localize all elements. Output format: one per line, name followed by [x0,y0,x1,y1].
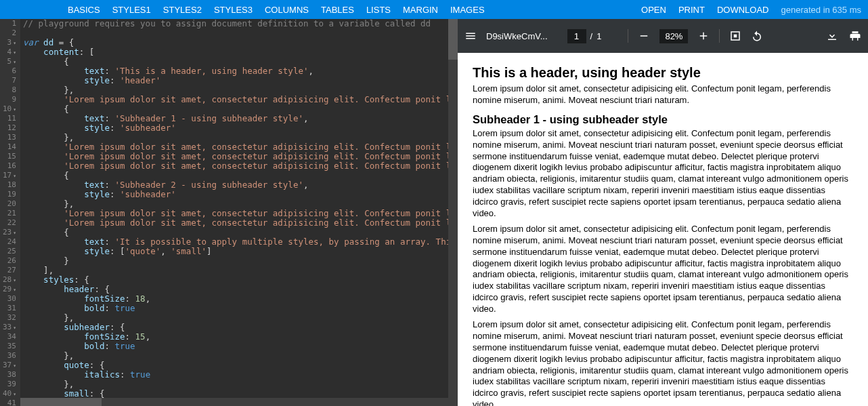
pdf-toolbar: D9siWkeCmV... / 1 82% [458,19,868,53]
editor-vscrollbar-thumb[interactable] [448,19,458,60]
download-icon[interactable] [826,30,838,42]
divider [628,29,628,43]
page-total: 1 [596,31,601,41]
open-button[interactable]: OPEN [641,5,666,15]
zoom-in-icon[interactable] [697,30,710,42]
editor-hscrollbar-thumb[interactable] [20,398,102,406]
editor-vscrollbar[interactable] [448,19,458,406]
editor-code[interactable]: // playground requires you to assign doc… [20,19,448,406]
zoom-value[interactable]: 82% [659,29,688,43]
svg-rect-1 [734,35,737,38]
pdf-paragraph: Lorem ipsum dolor sit amet, consectetur … [473,128,853,220]
zoom-group: 82% [628,29,763,43]
page-slash: / [590,31,593,41]
pdf-subheader: Subheader 1 - using subheader style [473,113,853,126]
nav-tables[interactable]: TABLES [321,5,354,15]
pdf-toolbar-right [826,30,861,42]
divider [719,29,720,43]
print-button[interactable]: PRINT [678,5,705,15]
zoom-out-icon[interactable] [638,30,650,42]
menu-icon[interactable] [464,30,477,42]
top-navbar: BASICS STYLES1 STYLES2 STYLES3 COLUMNS T… [0,0,868,19]
editor-gutter: 1234567891011121314151617181920212223242… [0,19,20,406]
editor-hscrollbar[interactable] [20,398,448,406]
generated-time: generated in 635 ms [781,5,861,15]
download-button[interactable]: DOWNLOAD [717,5,769,15]
nav-images[interactable]: IMAGES [450,5,485,15]
nav-columns[interactable]: COLUMNS [265,5,309,15]
print-icon[interactable] [849,30,861,42]
nav-styles1[interactable]: STYLES1 [112,5,151,15]
pdf-filename: D9siWkeCmV... [486,31,548,41]
pdf-paragraph: Lorem ipsum dolor sit amet, consectetur … [473,319,853,406]
page-indicator: / 1 [567,29,602,43]
pdf-page[interactable]: This is a header, using header style Lor… [458,53,868,406]
fit-page-icon[interactable] [729,30,741,42]
nav-styles3[interactable]: STYLES3 [214,5,253,15]
nav-left: BASICS STYLES1 STYLES2 STYLES3 COLUMNS T… [7,5,485,15]
pdf-paragraph: Lorem ipsum dolor sit amet, consectetur … [473,83,853,106]
nav-styles2[interactable]: STYLES2 [163,5,202,15]
nav-right: OPEN PRINT DOWNLOAD generated in 635 ms [641,5,861,15]
pdf-header: This is a header, using header style [473,65,853,81]
code-editor[interactable]: 1234567891011121314151617181920212223242… [0,19,458,406]
pdf-preview: D9siWkeCmV... / 1 82% [458,19,868,406]
pdf-paragraph: Lorem ipsum dolor sit amet, consectetur … [473,224,853,315]
rotate-icon[interactable] [751,30,763,42]
nav-margin[interactable]: MARGIN [403,5,438,15]
nav-basics[interactable]: BASICS [68,5,100,15]
page-current-input[interactable] [567,29,586,43]
nav-lists[interactable]: LISTS [366,5,391,15]
